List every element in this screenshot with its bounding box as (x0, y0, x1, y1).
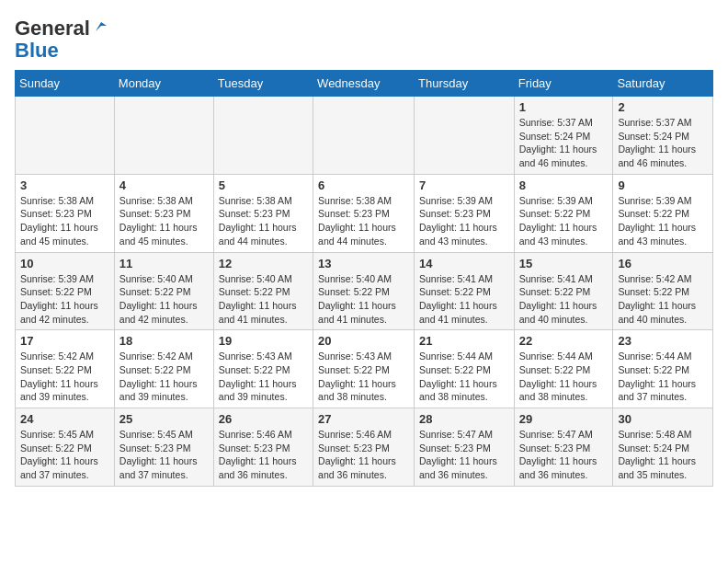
day-number: 22 (519, 334, 609, 348)
dow-saturday: Saturday (613, 71, 713, 97)
calendar-week-2: 3Sunrise: 5:38 AM Sunset: 5:23 PM Daylig… (16, 174, 713, 252)
day-number: 30 (618, 412, 708, 426)
calendar-cell: 6Sunrise: 5:38 AM Sunset: 5:23 PM Daylig… (313, 174, 415, 252)
day-info: Sunrise: 5:37 AM Sunset: 5:24 PM Dayligh… (618, 116, 708, 170)
svg-marker-0 (96, 22, 107, 31)
calendar-cell: 7Sunrise: 5:39 AM Sunset: 5:23 PM Daylig… (415, 174, 515, 252)
day-number: 2 (618, 100, 708, 114)
day-info: Sunrise: 5:40 AM Sunset: 5:22 PM Dayligh… (119, 272, 209, 327)
calendar-cell (16, 97, 115, 175)
day-info: Sunrise: 5:38 AM Sunset: 5:23 PM Dayligh… (119, 194, 209, 248)
dow-friday: Friday (514, 71, 613, 97)
day-number: 1 (519, 100, 609, 114)
calendar-cell: 18Sunrise: 5:42 AM Sunset: 5:22 PM Dayli… (114, 330, 213, 408)
day-number: 24 (20, 412, 109, 426)
calendar-week-4: 17Sunrise: 5:42 AM Sunset: 5:22 PM Dayli… (16, 330, 713, 408)
day-info: Sunrise: 5:45 AM Sunset: 5:22 PM Dayligh… (20, 428, 109, 482)
calendar-cell: 29Sunrise: 5:47 AM Sunset: 5:23 PM Dayli… (514, 408, 613, 487)
dow-monday: Monday (114, 71, 213, 97)
calendar-cell: 25Sunrise: 5:45 AM Sunset: 5:23 PM Dayli… (114, 408, 213, 487)
day-number: 16 (618, 257, 708, 270)
calendar-cell: 8Sunrise: 5:39 AM Sunset: 5:22 PM Daylig… (514, 174, 613, 252)
day-info: Sunrise: 5:48 AM Sunset: 5:24 PM Dayligh… (618, 428, 708, 482)
logo-blue-text: Blue (15, 39, 59, 63)
day-number: 25 (119, 412, 209, 426)
calendar-cell: 27Sunrise: 5:46 AM Sunset: 5:23 PM Dayli… (313, 408, 415, 487)
calendar-table: SundayMondayTuesdayWednesdayThursdayFrid… (15, 70, 713, 487)
day-number: 17 (20, 334, 109, 348)
day-number: 13 (318, 257, 409, 270)
calendar-cell: 11Sunrise: 5:40 AM Sunset: 5:22 PM Dayli… (114, 252, 213, 330)
day-info: Sunrise: 5:41 AM Sunset: 5:22 PM Dayligh… (519, 272, 609, 327)
day-number: 26 (219, 412, 308, 426)
day-info: Sunrise: 5:44 AM Sunset: 5:22 PM Dayligh… (519, 350, 609, 404)
calendar-cell: 21Sunrise: 5:44 AM Sunset: 5:22 PM Dayli… (415, 330, 515, 408)
dow-wednesday: Wednesday (313, 71, 415, 97)
calendar-cell: 2Sunrise: 5:37 AM Sunset: 5:24 PM Daylig… (613, 97, 713, 175)
day-info: Sunrise: 5:39 AM Sunset: 5:22 PM Dayligh… (20, 272, 109, 327)
calendar-cell: 4Sunrise: 5:38 AM Sunset: 5:23 PM Daylig… (114, 174, 213, 252)
calendar-cell: 17Sunrise: 5:42 AM Sunset: 5:22 PM Dayli… (16, 330, 115, 408)
day-info: Sunrise: 5:38 AM Sunset: 5:23 PM Dayligh… (318, 194, 409, 248)
day-number: 8 (519, 178, 609, 192)
logo: General Blue (15, 18, 108, 63)
day-number: 10 (20, 257, 109, 270)
logo-bird-icon (92, 18, 108, 35)
calendar-cell: 10Sunrise: 5:39 AM Sunset: 5:22 PM Dayli… (16, 252, 115, 330)
calendar-cell: 16Sunrise: 5:42 AM Sunset: 5:22 PM Dayli… (613, 252, 713, 330)
calendar-week-3: 10Sunrise: 5:39 AM Sunset: 5:22 PM Dayli… (16, 252, 713, 330)
header: General Blue (15, 15, 713, 63)
calendar-cell: 24Sunrise: 5:45 AM Sunset: 5:22 PM Dayli… (16, 408, 115, 487)
day-info: Sunrise: 5:44 AM Sunset: 5:22 PM Dayligh… (419, 350, 509, 404)
day-number: 29 (519, 412, 609, 426)
calendar-cell: 3Sunrise: 5:38 AM Sunset: 5:23 PM Daylig… (16, 174, 115, 252)
calendar-cell: 12Sunrise: 5:40 AM Sunset: 5:22 PM Dayli… (213, 252, 313, 330)
day-info: Sunrise: 5:41 AM Sunset: 5:22 PM Dayligh… (419, 272, 509, 327)
day-info: Sunrise: 5:39 AM Sunset: 5:22 PM Dayligh… (618, 194, 708, 248)
day-number: 19 (219, 334, 308, 348)
day-info: Sunrise: 5:43 AM Sunset: 5:22 PM Dayligh… (318, 350, 409, 404)
day-info: Sunrise: 5:39 AM Sunset: 5:23 PM Dayligh… (419, 194, 509, 248)
calendar-body: 1Sunrise: 5:37 AM Sunset: 5:24 PM Daylig… (16, 97, 713, 487)
logo-general-text: General (15, 18, 90, 39)
day-info: Sunrise: 5:43 AM Sunset: 5:22 PM Dayligh… (219, 350, 308, 404)
day-number: 9 (618, 178, 708, 192)
dow-sunday: Sunday (16, 71, 115, 97)
day-of-week-header: SundayMondayTuesdayWednesdayThursdayFrid… (16, 71, 713, 97)
day-number: 11 (119, 257, 209, 270)
day-info: Sunrise: 5:45 AM Sunset: 5:23 PM Dayligh… (119, 428, 209, 482)
day-info: Sunrise: 5:44 AM Sunset: 5:22 PM Dayligh… (618, 350, 708, 404)
calendar-cell: 5Sunrise: 5:38 AM Sunset: 5:23 PM Daylig… (213, 174, 313, 252)
day-info: Sunrise: 5:37 AM Sunset: 5:24 PM Dayligh… (519, 116, 609, 170)
calendar-cell: 9Sunrise: 5:39 AM Sunset: 5:22 PM Daylig… (613, 174, 713, 252)
calendar-cell (114, 97, 213, 175)
dow-tuesday: Tuesday (213, 71, 313, 97)
day-number: 28 (419, 412, 509, 426)
day-info: Sunrise: 5:38 AM Sunset: 5:23 PM Dayligh… (219, 194, 308, 248)
day-number: 18 (119, 334, 209, 348)
day-number: 7 (419, 178, 509, 192)
calendar-cell: 20Sunrise: 5:43 AM Sunset: 5:22 PM Dayli… (313, 330, 415, 408)
day-number: 27 (318, 412, 409, 426)
day-number: 5 (219, 178, 308, 192)
day-number: 15 (519, 257, 609, 270)
day-info: Sunrise: 5:42 AM Sunset: 5:22 PM Dayligh… (618, 272, 708, 327)
day-number: 3 (20, 178, 109, 192)
day-number: 21 (419, 334, 509, 348)
calendar-cell (213, 97, 313, 175)
day-number: 14 (419, 257, 509, 270)
calendar-cell: 1Sunrise: 5:37 AM Sunset: 5:24 PM Daylig… (514, 97, 613, 175)
day-info: Sunrise: 5:40 AM Sunset: 5:22 PM Dayligh… (219, 272, 308, 327)
day-info: Sunrise: 5:46 AM Sunset: 5:23 PM Dayligh… (318, 428, 409, 482)
calendar-cell: 22Sunrise: 5:44 AM Sunset: 5:22 PM Dayli… (514, 330, 613, 408)
day-number: 20 (318, 334, 409, 348)
calendar-cell: 28Sunrise: 5:47 AM Sunset: 5:23 PM Dayli… (415, 408, 515, 487)
day-info: Sunrise: 5:42 AM Sunset: 5:22 PM Dayligh… (119, 350, 209, 404)
calendar-week-1: 1Sunrise: 5:37 AM Sunset: 5:24 PM Daylig… (16, 97, 713, 175)
calendar-cell: 23Sunrise: 5:44 AM Sunset: 5:22 PM Dayli… (613, 330, 713, 408)
calendar-cell: 19Sunrise: 5:43 AM Sunset: 5:22 PM Dayli… (213, 330, 313, 408)
calendar-cell: 30Sunrise: 5:48 AM Sunset: 5:24 PM Dayli… (613, 408, 713, 487)
calendar-cell (313, 97, 415, 175)
day-info: Sunrise: 5:38 AM Sunset: 5:23 PM Dayligh… (20, 194, 109, 248)
day-info: Sunrise: 5:46 AM Sunset: 5:23 PM Dayligh… (219, 428, 308, 482)
